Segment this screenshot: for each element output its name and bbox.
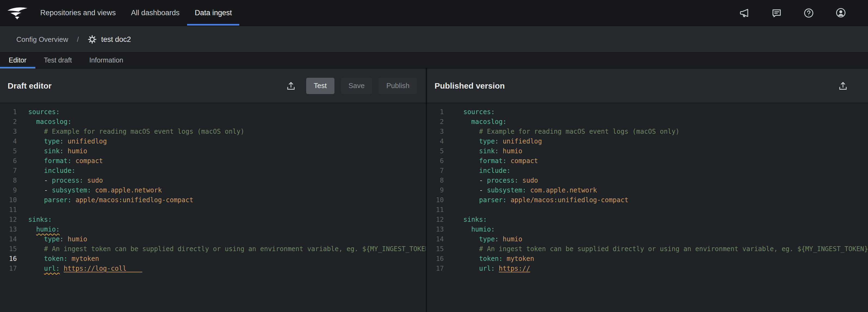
nav-repositories-and-views[interactable]: Repositories and views (33, 0, 123, 26)
gear-icon (88, 34, 97, 44)
line-number: 2 (0, 117, 17, 127)
code-line[interactable]: 17 url: https:// (427, 263, 868, 273)
breadcrumb-parent-link[interactable]: Config Overview (16, 35, 68, 43)
code-text: macoslog: (444, 117, 506, 127)
code-text: sources: (444, 107, 495, 117)
code-text: - subsystem: com.apple.network (444, 185, 597, 195)
nav-icon-group (739, 0, 868, 26)
nav-all-dashboards[interactable]: All dashboards (123, 0, 187, 26)
line-number: 5 (427, 146, 444, 156)
line-number: 10 (0, 195, 17, 205)
announcements-icon[interactable] (739, 7, 750, 18)
code-text: include: (17, 166, 75, 176)
published-actions (838, 80, 848, 91)
code-line[interactable]: 15 # An ingest token can be supplied dir… (427, 244, 868, 254)
crowdstrike-falcon-logo[interactable] (0, 0, 33, 26)
code-text: - subsystem: com.apple.network (17, 185, 162, 195)
code-line[interactable]: 3 # Example for reading macOS event logs… (0, 127, 426, 136)
draft-panel: Draft editor Test Save Publish 1sources:… (0, 68, 426, 312)
publish-button[interactable]: Publish (379, 77, 417, 94)
code-text: format: compact (444, 156, 538, 166)
code-line[interactable]: 11 (427, 205, 868, 215)
code-line[interactable]: 17 url: https://log-coll (0, 263, 426, 273)
help-icon[interactable] (803, 7, 814, 18)
code-line[interactable]: 5 sink: humio (427, 146, 868, 156)
export-published-icon[interactable] (838, 80, 848, 91)
split-view: Draft editor Test Save Publish 1sources:… (0, 68, 868, 312)
code-text: token: mytoken (17, 254, 99, 263)
code-line[interactable]: 7 include: (427, 166, 868, 176)
code-text: type: unifiedlog (17, 136, 107, 146)
code-line[interactable]: 9 - subsystem: com.apple.network (0, 185, 426, 195)
line-number: 11 (427, 205, 444, 215)
code-line[interactable]: 16 token: mytoken (0, 254, 426, 263)
code-text: type: unifiedlog (444, 136, 542, 146)
published-panel-header: Published version (427, 68, 868, 103)
line-number: 4 (0, 136, 17, 146)
code-text: # Example for reading macOS event logs (… (17, 127, 245, 136)
user-avatar-icon[interactable] (835, 7, 846, 18)
code-line[interactable]: 7 include: (0, 166, 426, 176)
tab-information[interactable]: Information (81, 53, 132, 68)
line-number: 17 (427, 263, 444, 273)
code-text: url: https://log-coll (17, 263, 142, 273)
code-line[interactable]: 14 type: humio (427, 234, 868, 244)
code-line[interactable]: 2 macoslog: (427, 117, 868, 127)
code-line[interactable]: 11 (0, 205, 426, 215)
code-text: token: mytoken (444, 254, 534, 263)
tab-test-draft[interactable]: Test draft (35, 53, 81, 68)
code-text: - process: sudo (444, 176, 538, 185)
line-number: 14 (427, 234, 444, 244)
line-number: 14 (0, 234, 17, 244)
code-line[interactable]: 8 - process: sudo (427, 176, 868, 185)
code-line[interactable]: 14 type: humio (0, 234, 426, 244)
breadcrumb-current: test doc2 (101, 35, 131, 43)
tab-editor[interactable]: Editor (0, 53, 35, 68)
code-line[interactable]: 6 format: compact (0, 156, 426, 166)
code-line[interactable]: 10 parser: apple/macos:unifiedlog-compac… (0, 195, 426, 205)
code-line[interactable]: 16 token: mytoken (427, 254, 868, 263)
published-code-viewer[interactable]: 1sources:2 macoslog:3 # Example for read… (427, 103, 868, 312)
code-line[interactable]: 15 # An ingest token can be supplied dir… (0, 244, 426, 254)
code-text (444, 205, 463, 215)
app-root: Repositories and views All dashboards Da… (0, 0, 868, 312)
code-text: sink: humio (17, 146, 87, 156)
feedback-icon[interactable] (771, 7, 782, 18)
primary-nav: Repositories and views All dashboards Da… (33, 0, 240, 26)
code-text: humio: (17, 224, 60, 234)
line-number: 4 (427, 136, 444, 146)
line-number: 6 (427, 156, 444, 166)
draft-actions: Test Save Publish (285, 77, 417, 94)
code-line[interactable]: 4 type: unifiedlog (0, 136, 426, 146)
line-number: 8 (427, 176, 444, 185)
code-line[interactable]: 8 - process: sudo (0, 176, 426, 185)
code-line[interactable]: 13 humio: (0, 224, 426, 234)
code-line[interactable]: 1sources: (0, 107, 426, 117)
code-text: parser: apple/macos:unifiedlog-compact (17, 195, 193, 205)
line-number: 16 (427, 254, 444, 263)
code-line[interactable]: 1sources: (427, 107, 868, 117)
code-line[interactable]: 12sinks: (0, 215, 426, 224)
code-line[interactable]: 3 # Example for reading macOS event logs… (427, 127, 868, 136)
line-number: 3 (0, 127, 17, 136)
code-text: sink: humio (444, 146, 522, 156)
code-line[interactable]: 2 macoslog: (0, 117, 426, 127)
test-button[interactable]: Test (306, 77, 335, 94)
code-line[interactable]: 13 humio: (427, 224, 868, 234)
code-line[interactable]: 10 parser: apple/macos:unifiedlog-compac… (427, 195, 868, 205)
save-button[interactable]: Save (341, 77, 372, 94)
nav-data-ingest[interactable]: Data ingest (187, 0, 240, 26)
published-panel-title: Published version (435, 81, 505, 90)
code-line[interactable]: 12sinks: (427, 215, 868, 224)
code-text: type: humio (17, 234, 87, 244)
draft-panel-title: Draft editor (8, 81, 52, 90)
code-line[interactable]: 9 - subsystem: com.apple.network (427, 185, 868, 195)
draft-code-editor[interactable]: 1sources:2 macoslog:3 # Example for read… (0, 103, 426, 312)
code-line[interactable]: 4 type: unifiedlog (427, 136, 868, 146)
line-number: 1 (427, 107, 444, 117)
export-draft-icon[interactable] (285, 80, 297, 91)
editor-tabs: Editor Test draft Information (0, 53, 868, 68)
line-number: 15 (0, 244, 17, 254)
code-line[interactable]: 5 sink: humio (0, 146, 426, 156)
code-line[interactable]: 6 format: compact (427, 156, 868, 166)
